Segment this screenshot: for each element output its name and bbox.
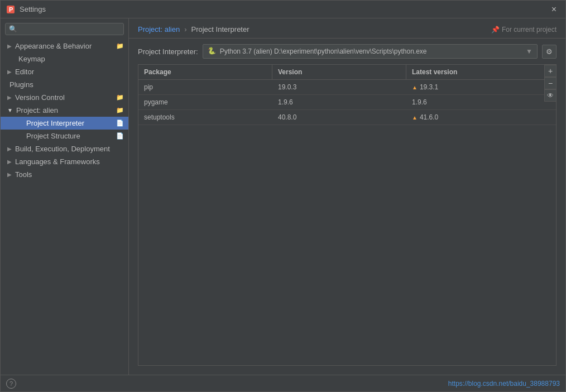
window-title: Settings (20, 5, 548, 13)
main-content: 🔍 ▶ Appearance & Behavior 📁 Keymap ▶ Edi… (1, 18, 565, 375)
package-latest: 1.9.6 (406, 95, 556, 109)
expand-arrow-icon: ▶ (7, 146, 12, 152)
breadcrumb-current: Project Interpreter (191, 25, 250, 34)
sidebar-item-label: Build, Execution, Deployment (15, 145, 110, 153)
expand-arrow-icon: ▶ (7, 159, 12, 165)
table-actions: + − 👁 (544, 65, 557, 102)
upgrade-arrow-icon: ▲ (412, 114, 418, 121)
package-latest: ▲ 41.6.0 (406, 110, 556, 125)
sidebar-item-languages[interactable]: ▶ Languages & Frameworks (1, 155, 128, 168)
sidebar-item-version-control[interactable]: ▶ Version Control 📁 (1, 91, 128, 104)
table-row[interactable]: setuptools 40.8.0 ▲ 41.6.0 (138, 110, 556, 125)
package-latest: ▲ 19.3.1 (406, 80, 556, 94)
breadcrumb-separator: › (184, 25, 186, 34)
expand-arrow-icon: ▼ (7, 107, 13, 113)
config-icon: 📄 (116, 119, 124, 127)
sidebar-item-build-execution[interactable]: ▶ Build, Execution, Deployment (1, 142, 128, 155)
package-name: pygame (138, 95, 272, 109)
sidebar-item-project-interpreter[interactable]: Project Interpreter 📄 (1, 117, 128, 130)
sidebar-item-label: Project: alien (16, 106, 58, 114)
search-icon: 🔍 (9, 25, 17, 33)
interpreter-label: Project Interpreter: (138, 47, 198, 56)
sidebar-item-editor[interactable]: ▶ Editor (1, 65, 128, 78)
sidebar-item-label: Plugins (9, 80, 33, 89)
sidebar-item-label: Languages & Frameworks (15, 157, 100, 166)
bottom-bar-left: ? (6, 379, 16, 389)
sidebar-item-label: Project Structure (26, 132, 80, 140)
eye-icon: 👁 (547, 92, 554, 99)
col-header-version: Version (272, 65, 406, 79)
sidebar: 🔍 ▶ Appearance & Behavior 📁 Keymap ▶ Edi… (1, 18, 129, 375)
sidebar-item-label: Editor (15, 68, 34, 76)
expand-arrow-icon: ▶ (7, 94, 12, 101)
search-box[interactable]: 🔍 (5, 23, 124, 35)
title-bar: P Settings × (1, 1, 565, 18)
close-button[interactable]: × (548, 2, 560, 17)
sidebar-item-tools[interactable]: ▶ Tools (1, 168, 128, 181)
config-icon: 📄 (116, 132, 124, 140)
breadcrumb-parent[interactable]: Project: alien (138, 25, 180, 34)
search-input[interactable] (20, 25, 120, 33)
folder-icon: 📁 (116, 107, 124, 114)
help-button[interactable]: ? (6, 379, 16, 389)
table-row[interactable]: pygame 1.9.6 1.9.6 (138, 95, 556, 110)
python-icon: 🐍 (208, 47, 217, 56)
svg-text:P: P (9, 6, 13, 13)
packages-table: Package Version Latest version pip 19.0.… (138, 64, 557, 366)
package-name: pip (138, 80, 272, 94)
expand-arrow-icon: ▶ (7, 43, 12, 49)
folder-icon: 📁 (116, 42, 124, 50)
interpreter-path: Python 3.7 (alien) D:\experiment\python\… (220, 47, 524, 55)
add-package-button[interactable]: + (544, 65, 557, 77)
gear-button[interactable]: ⚙ (542, 45, 557, 59)
upgrade-arrow-icon: ▲ (412, 84, 418, 90)
sidebar-item-label: Keymap (18, 55, 45, 63)
table-row[interactable]: pip 19.0.3 ▲ 19.3.1 (138, 80, 556, 95)
table-body: pip 19.0.3 ▲ 19.3.1 pygame 1.9.6 1.9.6 (138, 80, 556, 365)
package-version: 40.8.0 (272, 110, 406, 125)
settings-window: P Settings × 🔍 ▶ Appearance & Behavior 📁… (0, 0, 566, 392)
pin-icon: 📌 (491, 26, 500, 34)
chevron-down-icon: ▼ (526, 47, 533, 55)
for-current-project-label: For current project (502, 26, 557, 34)
for-current-project: 📌 For current project (491, 26, 557, 34)
package-name: setuptools (138, 110, 272, 125)
sidebar-item-label: Tools (15, 170, 32, 179)
sidebar-item-label: Version Control (15, 93, 65, 102)
sidebar-item-project-structure[interactable]: Project Structure 📄 (1, 130, 128, 142)
col-header-package: Package (138, 65, 272, 79)
app-icon: P (6, 5, 15, 14)
right-panel: Project: alien › Project Interpreter 📌 F… (129, 18, 565, 375)
sidebar-item-label: Project Interpreter (26, 119, 84, 127)
sidebar-item-keymap[interactable]: Keymap (1, 52, 128, 65)
sidebar-item-appearance[interactable]: ▶ Appearance & Behavior 📁 (1, 40, 128, 52)
expand-arrow-icon: ▶ (7, 171, 12, 178)
package-version: 1.9.6 (272, 95, 406, 109)
breadcrumb: Project: alien › Project Interpreter 📌 F… (129, 18, 565, 39)
folder-icon: 📁 (116, 94, 124, 101)
interpreter-dropdown[interactable]: 🐍 Python 3.7 (alien) D:\experiment\pytho… (203, 44, 538, 59)
eye-button[interactable]: 👁 (544, 89, 557, 102)
table-header: Package Version Latest version (138, 65, 556, 80)
sidebar-item-project-alien[interactable]: ▼ Project: alien 📁 (1, 104, 128, 117)
expand-arrow-icon: ▶ (7, 69, 12, 75)
watermark-text: https://blog.csdn.net/baidu_38988793 (448, 380, 560, 388)
col-header-latest: Latest version (406, 65, 556, 79)
package-version: 19.0.3 (272, 80, 406, 94)
sidebar-item-plugins[interactable]: Plugins (1, 78, 128, 91)
interpreter-row: Project Interpreter: 🐍 Python 3.7 (alien… (129, 39, 565, 64)
remove-package-button[interactable]: − (544, 77, 557, 89)
watermark: https://blog.csdn.net/baidu_38988793 (448, 380, 560, 388)
bottom-bar: ? https://blog.csdn.net/baidu_38988793 (1, 375, 565, 391)
sidebar-item-label: Appearance & Behavior (15, 42, 92, 50)
